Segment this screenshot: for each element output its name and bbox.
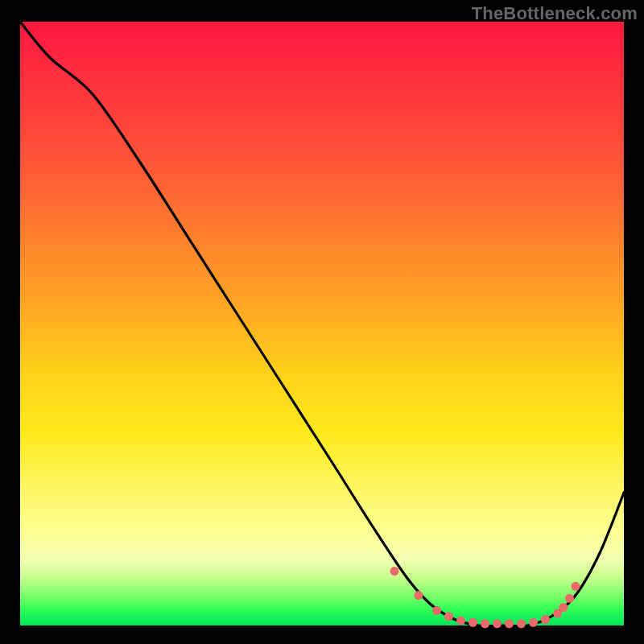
marker-dot [529, 618, 538, 627]
marker-dot [517, 619, 526, 628]
marker-dot [481, 619, 489, 628]
marker-dot [469, 618, 477, 627]
curve-svg [20, 22, 624, 625]
marker-dot [432, 606, 441, 615]
marker-dot [456, 617, 465, 625]
marker-dot [505, 619, 514, 628]
marker-group [390, 567, 580, 628]
main-curve [20, 22, 624, 626]
marker-dot [493, 619, 502, 628]
marker-dot [390, 567, 399, 576]
plot-area [20, 22, 624, 625]
marker-dot [572, 582, 580, 591]
marker-dot [415, 591, 423, 600]
marker-dot [444, 612, 453, 621]
marker-dot [541, 615, 550, 624]
chart-frame: TheBottleneck.com [0, 0, 644, 644]
marker-dot [559, 603, 568, 612]
marker-dot [565, 594, 574, 603]
